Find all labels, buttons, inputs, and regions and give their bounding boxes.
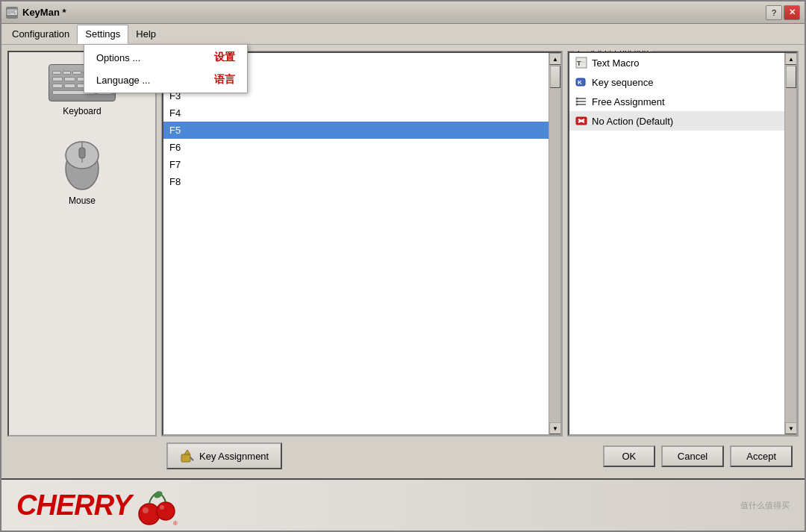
keyboard-label: Keyboard [63, 106, 101, 116]
key-list-scrollbar[interactable]: ▲ ▼ [549, 53, 560, 434]
left-panel: Keyboard [7, 51, 157, 436]
dialog-buttons: OK Cancel Accept [603, 445, 793, 467]
function-list-inner: T Text Macro [569, 53, 784, 434]
text-macro-icon: T [575, 57, 587, 69]
func-scroll-up[interactable]: ▲ [785, 53, 797, 65]
scroll-thumb[interactable] [550, 66, 560, 88]
title-bar-left: ⌨ KeyMan * [6, 7, 66, 19]
svg-point-12 [576, 98, 578, 100]
options-label-cn: 设置 [214, 51, 235, 64]
svg-point-14 [576, 104, 578, 106]
window-body: Keyboard [1, 45, 805, 478]
scroll-track[interactable] [549, 65, 560, 422]
key-list-inner: F1 F2 F3 F4 F5 F6 F7 F8 [163, 53, 549, 434]
svg-text:K: K [578, 79, 582, 86]
function-text-macro[interactable]: T Text Macro [569, 53, 784, 72]
options-label: Options ... [96, 52, 140, 63]
svg-point-23 [153, 490, 163, 500]
svg-point-21 [139, 504, 160, 525]
scroll-down-button[interactable]: ▼ [549, 422, 561, 434]
right-panel: 2. Select Function T [567, 51, 799, 436]
watermark-text: 值什么值得买 [740, 500, 790, 511]
svg-point-13 [576, 101, 578, 103]
key-list: F1 F2 F3 F4 F5 F6 F7 F8 ▲ [162, 51, 562, 436]
svg-text:®: ® [173, 520, 178, 527]
func-scroll-thumb[interactable] [786, 66, 796, 88]
mouse-device[interactable]: Mouse [60, 131, 104, 206]
function-free-assignment[interactable]: Free Assignment [569, 92, 784, 111]
key-assignment-label: Key Assignment [199, 451, 269, 462]
language-label-cn: 语言 [214, 73, 235, 87]
accept-button[interactable]: Accept [730, 445, 793, 467]
cherry-logo-icon: ® [134, 483, 179, 528]
key-F8[interactable]: F8 [163, 173, 549, 190]
svg-point-25 [160, 505, 164, 510]
no-action-label: No Action (Default) [592, 116, 673, 127]
svg-line-20 [190, 457, 193, 460]
svg-rect-3 [79, 148, 85, 158]
language-label: Language ... [96, 75, 150, 86]
menu-bar: Configuration Settings Help Options ... … [1, 24, 805, 45]
footer-area: CHERRY ® 值什么值得买 [1, 478, 805, 531]
free-assignment-label: Free Assignment [592, 96, 665, 107]
mouse-icon [60, 131, 104, 191]
key-list-panel: Select Key F1 F2 F3 F4 F5 F6 F7 F8 [161, 51, 563, 436]
panels-row: Keyboard [7, 51, 799, 436]
cancel-button[interactable]: Cancel [661, 445, 724, 467]
key-assignment-area: Key Assignment [166, 442, 282, 469]
key-sequence-icon: K [575, 76, 587, 88]
key-F7[interactable]: F7 [163, 156, 549, 173]
function-list: T Text Macro [568, 51, 798, 436]
main-window: ⌨ KeyMan * ? ✕ Configuration Settings He… [0, 0, 806, 532]
ok-button[interactable]: OK [603, 445, 655, 467]
window-title: KeyMan * [22, 7, 66, 18]
key-assignment-button[interactable]: Key Assignment [166, 442, 282, 469]
mouse-label: Mouse [69, 195, 96, 206]
func-scroll-down[interactable]: ▼ [785, 422, 797, 434]
close-button[interactable]: ✕ [784, 5, 800, 20]
function-list-scrollbar[interactable]: ▲ ▼ [784, 53, 796, 434]
bottom-row: Key Assignment OK Cancel Accept [7, 439, 799, 472]
key-assignment-icon [180, 448, 195, 463]
text-macro-label: Text Macro [592, 57, 640, 69]
svg-rect-18 [181, 454, 190, 462]
function-no-action[interactable]: No Action (Default) [569, 111, 784, 131]
language-menu-item[interactable]: Language ... 语言 [84, 69, 247, 91]
logo-container: CHERRY ® [16, 483, 179, 528]
svg-point-22 [157, 502, 175, 520]
key-F4[interactable]: F4 [163, 104, 549, 122]
key-F6[interactable]: F6 [163, 139, 549, 156]
svg-marker-19 [184, 450, 190, 454]
free-assignment-icon [575, 96, 587, 107]
menu-settings[interactable]: Settings [77, 25, 128, 44]
svg-point-24 [143, 507, 149, 513]
app-icon: ⌨ [6, 7, 18, 19]
svg-text:T: T [577, 60, 581, 67]
no-action-icon [575, 115, 587, 127]
func-scroll-track[interactable] [785, 65, 796, 422]
function-panel: 2. Select Function T [567, 51, 799, 436]
mouse-icon-container [60, 131, 104, 191]
options-menu-item[interactable]: Options ... 设置 [84, 46, 247, 69]
menu-configuration[interactable]: Configuration [4, 25, 77, 43]
middle-panel: Select Key F1 F2 F3 F4 F5 F6 F7 F8 [161, 51, 563, 436]
menu-help[interactable]: Help [128, 25, 163, 43]
scroll-up-button[interactable]: ▲ [549, 53, 561, 65]
title-bar: ⌨ KeyMan * ? ✕ [1, 1, 805, 24]
function-key-sequence[interactable]: K Key sequence [569, 72, 784, 92]
cherry-logo-text: CHERRY [16, 489, 131, 522]
key-F5[interactable]: F5 [163, 122, 549, 139]
key-sequence-label: Key sequence [592, 77, 653, 88]
help-title-button[interactable]: ? [766, 5, 782, 20]
title-buttons: ? ✕ [766, 5, 800, 20]
settings-dropdown: Options ... 设置 Language ... 语言 [84, 44, 248, 93]
